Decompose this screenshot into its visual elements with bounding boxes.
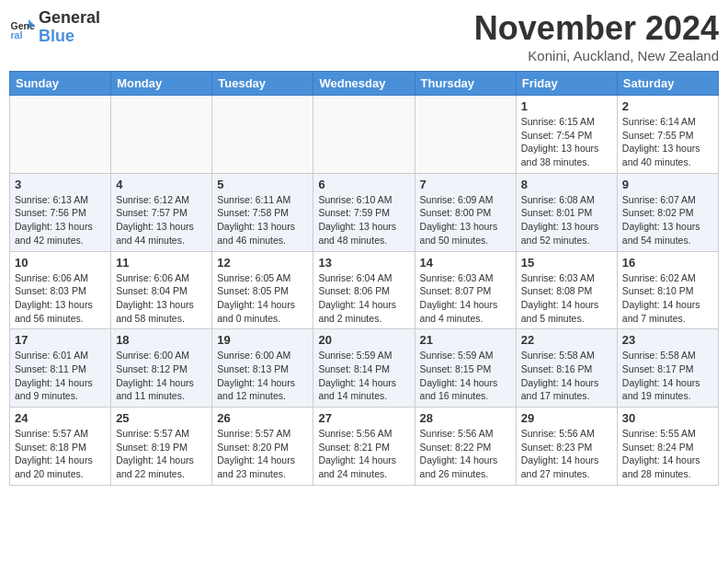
month-title: November 2024 (474, 9, 719, 48)
day-info: Sunrise: 5:58 AMSunset: 8:16 PMDaylight:… (521, 349, 612, 403)
col-header-monday: Monday (111, 72, 212, 96)
calendar-cell: 22Sunrise: 5:58 AMSunset: 8:16 PMDayligh… (516, 329, 617, 408)
day-info: Sunrise: 5:58 AMSunset: 8:17 PMDaylight:… (622, 349, 713, 403)
calendar-cell: 5Sunrise: 6:11 AMSunset: 7:58 PMDaylight… (212, 173, 313, 251)
day-info: Sunrise: 6:11 AMSunset: 7:58 PMDaylight:… (217, 193, 308, 247)
day-info: Sunrise: 6:00 AMSunset: 8:13 PMDaylight:… (217, 349, 308, 403)
day-info: Sunrise: 6:07 AMSunset: 8:02 PMDaylight:… (622, 193, 713, 247)
calendar-cell: 2Sunrise: 6:14 AMSunset: 7:55 PMDaylight… (617, 96, 718, 174)
day-number: 25 (116, 411, 207, 425)
day-info: Sunrise: 6:02 AMSunset: 8:10 PMDaylight:… (622, 271, 713, 326)
day-number: 7 (420, 178, 511, 191)
calendar-week-5: 24Sunrise: 5:57 AMSunset: 8:18 PMDayligh… (10, 408, 719, 486)
day-info: Sunrise: 6:15 AMSunset: 7:54 PMDaylight:… (521, 115, 612, 169)
day-info: Sunrise: 6:08 AMSunset: 8:01 PMDaylight:… (521, 193, 612, 247)
calendar-cell: 21Sunrise: 5:59 AMSunset: 8:15 PMDayligh… (415, 329, 516, 408)
col-header-saturday: Saturday (617, 72, 718, 96)
day-info: Sunrise: 6:06 AMSunset: 8:04 PMDaylight:… (116, 271, 207, 326)
calendar-cell: 17Sunrise: 6:01 AMSunset: 8:11 PMDayligh… (10, 329, 111, 408)
calendar-cell (212, 96, 313, 174)
calendar-cell: 19Sunrise: 6:00 AMSunset: 8:13 PMDayligh… (212, 329, 313, 408)
day-info: Sunrise: 5:57 AMSunset: 8:19 PMDaylight:… (116, 427, 207, 481)
day-info: Sunrise: 6:04 AMSunset: 8:06 PMDaylight:… (318, 271, 409, 326)
day-number: 26 (217, 411, 308, 425)
day-info: Sunrise: 5:57 AMSunset: 8:18 PMDaylight:… (15, 427, 106, 481)
col-header-friday: Friday (516, 72, 617, 96)
day-info: Sunrise: 6:12 AMSunset: 7:57 PMDaylight:… (116, 193, 207, 247)
logo-general: General (39, 9, 100, 28)
day-info: Sunrise: 6:10 AMSunset: 7:59 PMDaylight:… (318, 193, 409, 247)
logo-text: General Blue (39, 9, 100, 46)
day-number: 10 (15, 256, 106, 270)
calendar-week-1: 1Sunrise: 6:15 AMSunset: 7:54 PMDaylight… (10, 96, 719, 174)
calendar-cell: 13Sunrise: 6:04 AMSunset: 8:06 PMDayligh… (313, 251, 415, 329)
day-info: Sunrise: 5:59 AMSunset: 8:14 PMDaylight:… (318, 349, 409, 403)
day-info: Sunrise: 6:00 AMSunset: 8:12 PMDaylight:… (116, 349, 207, 403)
day-info: Sunrise: 6:13 AMSunset: 7:56 PMDaylight:… (15, 193, 106, 247)
day-number: 4 (116, 178, 207, 191)
day-number: 1 (521, 99, 612, 113)
day-number: 14 (420, 256, 511, 270)
day-number: 9 (622, 178, 713, 191)
day-number: 19 (217, 333, 308, 347)
calendar-cell: 16Sunrise: 6:02 AMSunset: 8:10 PMDayligh… (617, 251, 718, 329)
day-number: 21 (420, 333, 511, 347)
calendar-cell (10, 96, 111, 174)
day-number: 12 (217, 256, 308, 270)
day-number: 13 (318, 256, 409, 270)
calendar-cell: 10Sunrise: 6:06 AMSunset: 8:03 PMDayligh… (10, 251, 111, 329)
calendar-cell: 29Sunrise: 5:56 AMSunset: 8:23 PMDayligh… (516, 408, 617, 486)
col-header-sunday: Sunday (10, 72, 111, 96)
location: Konini, Auckland, New Zealand (474, 48, 719, 63)
col-header-wednesday: Wednesday (313, 72, 415, 96)
calendar-cell: 9Sunrise: 6:07 AMSunset: 8:02 PMDaylight… (617, 173, 718, 251)
col-header-thursday: Thursday (415, 72, 516, 96)
day-number: 30 (622, 411, 713, 425)
day-info: Sunrise: 5:56 AMSunset: 8:22 PMDaylight:… (420, 427, 511, 481)
day-info: Sunrise: 6:01 AMSunset: 8:11 PMDaylight:… (15, 349, 106, 403)
day-number: 16 (622, 256, 713, 270)
day-number: 22 (521, 333, 612, 347)
calendar-cell: 28Sunrise: 5:56 AMSunset: 8:22 PMDayligh… (415, 408, 516, 486)
calendar-cell: 27Sunrise: 5:56 AMSunset: 8:21 PMDayligh… (313, 408, 415, 486)
title-block: November 2024 Konini, Auckland, New Zeal… (474, 9, 719, 63)
calendar-table: SundayMondayTuesdayWednesdayThursdayFrid… (9, 71, 719, 486)
day-number: 5 (217, 178, 308, 191)
day-info: Sunrise: 6:06 AMSunset: 8:03 PMDaylight:… (15, 271, 106, 326)
svg-text:ral: ral (11, 29, 23, 40)
calendar-cell: 6Sunrise: 6:10 AMSunset: 7:59 PMDaylight… (313, 173, 415, 251)
calendar-cell: 15Sunrise: 6:03 AMSunset: 8:08 PMDayligh… (516, 251, 617, 329)
day-number: 3 (15, 178, 106, 191)
day-number: 11 (116, 256, 207, 270)
day-number: 18 (116, 333, 207, 347)
calendar-header-row: SundayMondayTuesdayWednesdayThursdayFrid… (10, 72, 719, 96)
day-info: Sunrise: 5:57 AMSunset: 8:20 PMDaylight:… (217, 427, 308, 481)
calendar-cell: 1Sunrise: 6:15 AMSunset: 7:54 PMDaylight… (516, 96, 617, 174)
day-number: 29 (521, 411, 612, 425)
day-number: 23 (622, 333, 713, 347)
calendar-cell: 18Sunrise: 6:00 AMSunset: 8:12 PMDayligh… (111, 329, 212, 408)
logo: Gene ral General Blue (9, 9, 100, 46)
calendar-cell: 11Sunrise: 6:06 AMSunset: 8:04 PMDayligh… (111, 251, 212, 329)
day-info: Sunrise: 6:09 AMSunset: 8:00 PMDaylight:… (420, 193, 511, 247)
day-number: 6 (318, 178, 409, 191)
logo-icon: Gene ral (9, 14, 37, 41)
calendar-cell (415, 96, 516, 174)
calendar-cell: 4Sunrise: 6:12 AMSunset: 7:57 PMDaylight… (111, 173, 212, 251)
day-number: 15 (521, 256, 612, 270)
day-number: 24 (15, 411, 106, 425)
calendar-week-3: 10Sunrise: 6:06 AMSunset: 8:03 PMDayligh… (10, 251, 719, 329)
day-number: 8 (521, 178, 612, 191)
day-number: 28 (420, 411, 511, 425)
day-number: 27 (318, 411, 409, 425)
calendar-week-2: 3Sunrise: 6:13 AMSunset: 7:56 PMDaylight… (10, 173, 719, 251)
calendar-cell (313, 96, 415, 174)
calendar-cell: 14Sunrise: 6:03 AMSunset: 8:07 PMDayligh… (415, 251, 516, 329)
calendar-cell: 24Sunrise: 5:57 AMSunset: 8:18 PMDayligh… (10, 408, 111, 486)
day-number: 20 (318, 333, 409, 347)
day-info: Sunrise: 5:56 AMSunset: 8:23 PMDaylight:… (521, 427, 612, 481)
calendar-cell: 8Sunrise: 6:08 AMSunset: 8:01 PMDaylight… (516, 173, 617, 251)
calendar-cell: 7Sunrise: 6:09 AMSunset: 8:00 PMDaylight… (415, 173, 516, 251)
day-info: Sunrise: 6:14 AMSunset: 7:55 PMDaylight:… (622, 115, 713, 169)
calendar-cell: 23Sunrise: 5:58 AMSunset: 8:17 PMDayligh… (617, 329, 718, 408)
